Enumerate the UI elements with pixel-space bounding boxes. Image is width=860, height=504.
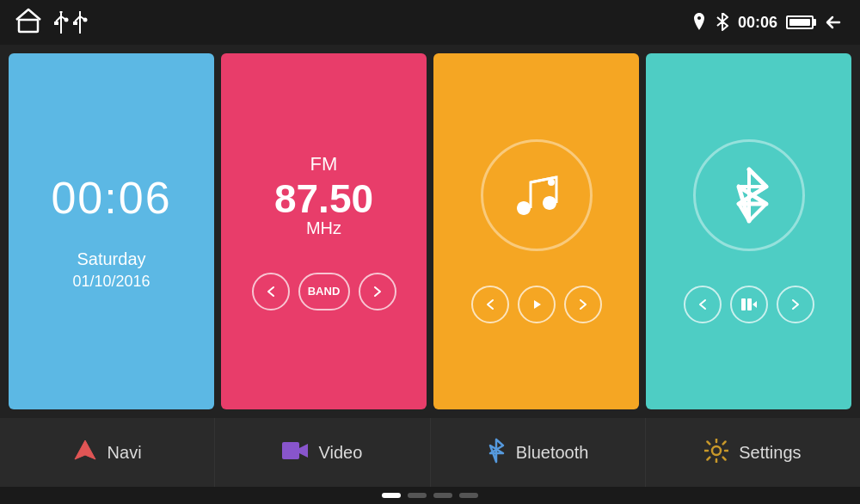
svg-rect-15 — [282, 442, 299, 459]
bottom-nav: Navi Video Bluetooth Settings — [0, 418, 860, 487]
nav-item-video[interactable]: Video — [215, 418, 430, 487]
fm-frequency: 87.50 — [274, 179, 373, 218]
home-icon[interactable] — [14, 8, 43, 37]
fm-controls: BAND — [252, 273, 396, 310]
back-icon[interactable] — [822, 12, 846, 33]
clock-date: 01/10/2016 — [72, 273, 150, 291]
bluetooth-card[interactable] — [646, 53, 851, 409]
fm-label: FM — [310, 153, 338, 175]
clock-time: 00:06 — [51, 172, 171, 224]
music-card[interactable] — [433, 53, 639, 409]
main-content: 00:06 Saturday 01/10/2016 FM 87.50 MHz B… — [0, 45, 860, 418]
fm-unit: MHz — [306, 218, 341, 238]
svg-rect-11 — [73, 22, 77, 25]
page-dot-2[interactable] — [433, 493, 452, 498]
usb-icon-1 — [53, 11, 69, 34]
fm-next-button[interactable] — [359, 273, 396, 310]
status-bar: 00:06 — [0, 0, 860, 45]
status-left — [14, 8, 88, 37]
music-prev-button[interactable] — [471, 286, 509, 323]
status-right: 00:06 — [691, 12, 846, 33]
svg-rect-5 — [54, 22, 58, 25]
nav-label-bluetooth: Bluetooth — [516, 443, 589, 463]
gps-icon — [691, 13, 707, 32]
bluetooth-nav-icon — [487, 438, 506, 468]
usb-icon-2 — [72, 11, 88, 34]
svg-rect-13 — [741, 298, 746, 310]
svg-rect-0 — [19, 20, 38, 32]
usb-icons — [53, 11, 88, 34]
nav-item-bluetooth[interactable]: Bluetooth — [431, 418, 646, 487]
svg-point-4 — [64, 18, 69, 22]
nav-label-settings: Settings — [739, 443, 801, 463]
battery-fill — [789, 19, 810, 26]
page-dot-0[interactable] — [382, 493, 401, 498]
nav-item-navi[interactable]: Navi — [0, 418, 215, 487]
music-icon-circle — [481, 139, 593, 251]
music-controls — [471, 286, 602, 323]
clock-card[interactable]: 00:06 Saturday 01/10/2016 — [9, 53, 214, 409]
svg-rect-14 — [747, 298, 752, 310]
music-play-button[interactable] — [518, 286, 556, 323]
navi-icon — [73, 439, 97, 467]
bt-next-button[interactable] — [777, 286, 814, 323]
settings-icon — [704, 439, 728, 467]
bt-play-pause-button[interactable] — [730, 286, 768, 323]
nav-label-video: Video — [318, 443, 362, 463]
fm-card[interactable]: FM 87.50 MHz BAND — [221, 53, 427, 409]
svg-point-12 — [548, 179, 555, 186]
page-dot-3[interactable] — [459, 493, 478, 498]
bluetooth-controls — [684, 286, 814, 323]
nav-item-settings[interactable]: Settings — [646, 418, 860, 487]
page-indicators — [0, 487, 860, 504]
svg-point-10 — [83, 18, 88, 22]
bluetooth-icon-circle — [693, 139, 805, 251]
bluetooth-status-icon — [716, 13, 729, 32]
video-icon — [282, 440, 308, 465]
nav-label-navi: Navi — [108, 443, 142, 463]
bt-prev-button[interactable] — [684, 286, 722, 323]
clock-day: Saturday — [77, 249, 145, 269]
fm-prev-button[interactable] — [252, 273, 290, 310]
svg-point-16 — [712, 446, 721, 455]
status-time: 00:06 — [738, 14, 777, 32]
fm-band-button[interactable]: BAND — [298, 273, 350, 310]
music-next-button[interactable] — [564, 286, 602, 323]
page-dot-1[interactable] — [408, 493, 427, 498]
battery-icon — [786, 15, 814, 29]
